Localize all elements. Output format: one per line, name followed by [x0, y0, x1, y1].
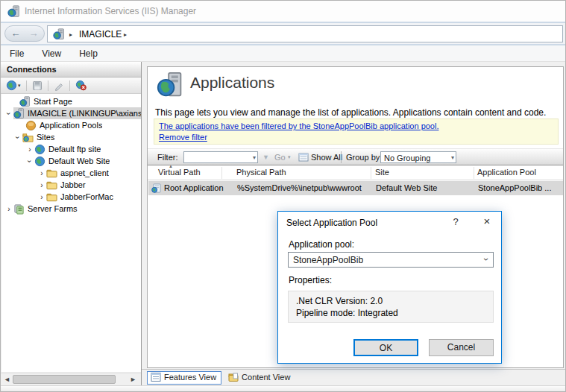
- cell-virtual-path: Root Application: [164, 183, 224, 192]
- tree-item-label: Jabber: [60, 180, 86, 189]
- server-globe-icon: [19, 96, 31, 107]
- column-header-site[interactable]: Site: [375, 168, 389, 177]
- application-pool-dropdown[interactable]: StoneAppPoolBib: [288, 252, 494, 268]
- tree-item-label: Server Farms: [28, 204, 78, 213]
- tab-content-view[interactable]: Content View: [225, 371, 295, 385]
- tree-item-default-ftp-site[interactable]: Default ftp site: [1, 143, 141, 155]
- tree-item-label: Application Pools: [40, 121, 102, 130]
- page-title: Applications: [190, 74, 274, 92]
- expander-collapsed-icon[interactable]: [37, 169, 46, 177]
- filtered-by-link[interactable]: The applications have been filtered by t…: [159, 121, 553, 132]
- tree-item-jabber[interactable]: Jabber: [1, 179, 141, 191]
- tab-features-view[interactable]: Features View: [147, 371, 221, 385]
- expander-collapsed-icon[interactable]: [37, 193, 46, 201]
- chevron-down-icon: [18, 83, 21, 89]
- filter-toolbar: Filter: Go Show All Group by: No Groupin…: [148, 148, 563, 165]
- cancel-button[interactable]: Cancel: [429, 339, 494, 356]
- back-button[interactable]: [7, 28, 24, 39]
- table-row-root-application[interactable]: Root Application %SystemDrive%\inetpub\w…: [148, 181, 563, 195]
- menu-view[interactable]: View: [42, 48, 61, 59]
- column-divider[interactable]: [371, 167, 371, 179]
- expander-collapsed-icon[interactable]: [25, 145, 34, 154]
- globe-icon: [6, 80, 17, 91]
- scrollbar-thumb[interactable]: [13, 375, 116, 384]
- delete-connection-button[interactable]: [74, 79, 88, 92]
- view-tab-bar: Features View Content View: [142, 369, 566, 385]
- breadcrumb-arrow-icon: [69, 31, 72, 38]
- chevron-down-icon: [481, 258, 491, 261]
- folder-icon: [46, 180, 57, 191]
- folder-icon: [46, 192, 57, 203]
- tab-label: Content View: [242, 373, 290, 382]
- help-icon[interactable]: [448, 216, 463, 230]
- scroll-right-icon[interactable]: [130, 376, 136, 383]
- menu-file[interactable]: File: [10, 48, 24, 59]
- close-icon[interactable]: [478, 215, 496, 230]
- remove-filter-link[interactable]: Remove filter: [159, 132, 553, 143]
- tree-item-default-web-site[interactable]: Default Web Site: [1, 155, 141, 167]
- cell-site: Default Web Site: [376, 183, 437, 192]
- tree-horizontal-scrollbar[interactable]: [1, 373, 141, 385]
- column-header-physical-path[interactable]: Physical Path: [236, 168, 286, 177]
- tree-item-aspnet-client[interactable]: aspnet_client: [1, 167, 141, 179]
- expander-collapsed-icon[interactable]: [4, 205, 13, 213]
- application-pool-label: Application pool:: [289, 239, 354, 250]
- globe-icon: [34, 156, 45, 167]
- connections-panel: Connections Start Page: [1, 62, 142, 385]
- column-header-virtual-path[interactable]: Virtual Path: [158, 168, 201, 177]
- tree-item-label: JabberForMac: [60, 192, 113, 201]
- tree-item-server-farms[interactable]: Server Farms: [1, 203, 141, 215]
- connections-tree: Start Page IMAGICLE (LINKINGUP\axians Ap…: [1, 94, 141, 372]
- nav-button-group: [4, 25, 45, 42]
- tree-item-start-page[interactable]: Start Page: [1, 95, 141, 107]
- forward-button[interactable]: [25, 28, 42, 39]
- dialog-title: Select Application Pool: [286, 218, 377, 228]
- tree-item-label: Sites: [37, 133, 54, 142]
- chevron-down-icon: [253, 154, 256, 161]
- scroll-left-icon[interactable]: [4, 376, 10, 383]
- expander-collapsed-icon[interactable]: [37, 181, 46, 189]
- page-description: This page lets you view and manage the l…: [155, 107, 546, 118]
- column-divider[interactable]: [474, 167, 474, 179]
- filter-combobox[interactable]: [183, 151, 258, 163]
- sites-folder-icon: [22, 132, 34, 143]
- save-connections-button-disabled[interactable]: [31, 79, 44, 92]
- expander-expanded-icon[interactable]: [13, 133, 22, 142]
- funnel-icon: [262, 154, 269, 161]
- menu-help[interactable]: Help: [79, 48, 98, 59]
- pencil-icon: [54, 80, 64, 91]
- application-pools-icon: [25, 120, 37, 131]
- connect-to-server-button[interactable]: [4, 79, 22, 92]
- tree-item-sites[interactable]: Sites: [1, 131, 141, 143]
- group-by-dropdown[interactable]: No Grouping: [380, 151, 456, 163]
- group-by-label: Group by:: [346, 153, 382, 162]
- net-clr-version: .Net CLR Version: 2.0: [296, 295, 493, 307]
- address-bar[interactable]: IMAGICLE: [47, 25, 563, 42]
- expander-expanded-icon[interactable]: [4, 110, 13, 118]
- iis-manager-window: Internet Information Services (IIS) Mana…: [0, 0, 566, 392]
- connections-header: Connections: [1, 62, 141, 78]
- filter-notice-box: The applications have been filtered by t…: [154, 118, 559, 145]
- ok-button[interactable]: OK: [353, 339, 418, 356]
- title-bar: Internet Information Services (IIS) Mana…: [1, 1, 565, 22]
- server-globe-icon: [13, 108, 25, 119]
- go-button-disabled[interactable]: Go: [274, 153, 286, 162]
- column-divider[interactable]: [221, 167, 222, 179]
- pipeline-mode: Pipeline mode: Integrated: [296, 307, 493, 319]
- show-all-button[interactable]: Show All: [311, 153, 342, 162]
- globe-delete-icon: [75, 80, 87, 91]
- group-by-value: No Grouping: [384, 154, 430, 162]
- globe-icon: [34, 144, 45, 155]
- breadcrumb[interactable]: IMAGICLE: [79, 26, 122, 42]
- tree-item-application-pools[interactable]: Application Pools: [1, 119, 141, 131]
- filter-input[interactable]: [185, 153, 249, 162]
- up-level-button-disabled[interactable]: [52, 79, 66, 92]
- applications-page-icon: [157, 72, 183, 98]
- chevron-down-icon: [288, 154, 291, 160]
- tree-item-jabberformac[interactable]: JabberForMac: [1, 191, 141, 203]
- filter-label: Filter:: [157, 153, 178, 162]
- column-header-application-pool[interactable]: Application Pool: [477, 168, 536, 177]
- tree-item-imagicle[interactable]: IMAGICLE (LINKINGUP\axians: [1, 107, 141, 119]
- expander-expanded-icon[interactable]: [25, 157, 34, 165]
- window-title: Internet Information Services (IIS) Mana…: [25, 1, 196, 22]
